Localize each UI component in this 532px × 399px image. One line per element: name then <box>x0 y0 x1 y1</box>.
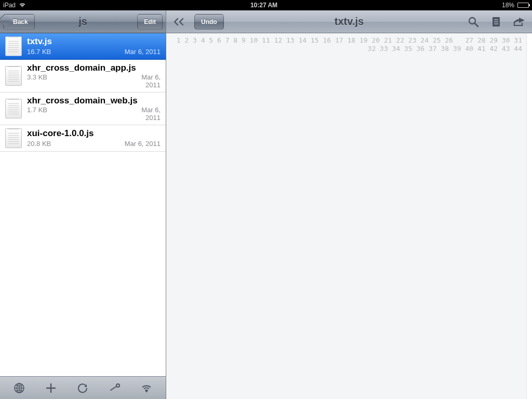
wifi-sync-icon[interactable] <box>137 379 156 397</box>
device-label: iPad <box>3 2 16 9</box>
battery-icon <box>517 3 529 8</box>
edit-button[interactable]: Edit <box>137 14 163 30</box>
file-icon <box>5 99 22 118</box>
refresh-icon[interactable] <box>73 379 92 397</box>
file-size: 16.7 KB <box>27 48 123 57</box>
file-list[interactable]: txtv.js16.7 KBMar 6, 2011xhr_cross_domai… <box>0 33 166 376</box>
file-date: Mar 6, 2011 <box>125 48 161 57</box>
file-icon <box>5 36 22 56</box>
file-name: xui-core-1.0.0.js <box>27 128 123 140</box>
code-body[interactable]: // What events to use? touchstart = 'ont… <box>527 33 532 399</box>
add-icon[interactable] <box>42 379 60 397</box>
file-size: 20.8 KB <box>27 140 123 149</box>
file-sidebar: Back js Edit txtv.js16.7 KBMar 6, 2011xh… <box>0 10 166 399</box>
back-button[interactable]: Back <box>3 14 35 30</box>
file-icon <box>5 66 22 86</box>
file-name: xhr_cross_domain_app.js <box>27 63 136 73</box>
code-editor[interactable]: 1 2 3 4 5 6 7 8 9 10 11 12 13 14 15 16 1… <box>166 33 532 399</box>
wifi-icon <box>19 3 26 8</box>
status-bar: iPad 10:27 AM 18% <box>0 0 532 10</box>
nav-back-icon[interactable] <box>171 14 187 30</box>
settings-icon[interactable] <box>105 379 124 397</box>
undo-button[interactable]: Undo <box>194 14 224 30</box>
file-date: Mar 6, 2011 <box>138 73 161 89</box>
file-date: Mar 6, 2011 <box>140 106 161 122</box>
line-gutter: 1 2 3 4 5 6 7 8 9 10 11 12 13 14 15 16 1… <box>166 33 527 399</box>
sidebar-bottom-toolbar <box>0 376 166 399</box>
file-icon <box>5 128 22 148</box>
battery-pct: 18% <box>502 2 514 9</box>
editor-toolbar: Undo txtv.js <box>166 10 532 33</box>
file-row[interactable]: txtv.js16.7 KBMar 6, 2011 <box>0 33 166 60</box>
search-icon[interactable] <box>466 14 481 30</box>
status-time: 10:27 AM <box>250 2 277 9</box>
file-row[interactable]: xui-core-1.0.0.js20.8 KBMar 6, 2011 <box>0 125 166 152</box>
file-row[interactable]: xhr_cross_domain_web.js1.7 KBMar 6, 2011 <box>0 92 166 125</box>
file-date: Mar 6, 2011 <box>125 140 161 149</box>
sidebar-toolbar: Back js Edit <box>0 10 166 33</box>
document-icon[interactable] <box>488 14 504 30</box>
svg-point-2 <box>146 391 147 392</box>
editor-pane: Undo txtv.js 1 2 3 4 5 6 7 8 9 10 11 12 … <box>166 10 532 399</box>
globe-icon[interactable] <box>10 379 29 397</box>
file-row[interactable]: xhr_cross_domain_app.js3.3 KBMar 6, 2011 <box>0 60 166 92</box>
share-icon[interactable] <box>511 14 527 30</box>
file-size: 3.3 KB <box>27 73 136 89</box>
file-size: 1.7 KB <box>27 106 138 122</box>
file-name: txtv.js <box>27 36 123 48</box>
file-name: xhr_cross_domain_web.js <box>27 96 138 106</box>
